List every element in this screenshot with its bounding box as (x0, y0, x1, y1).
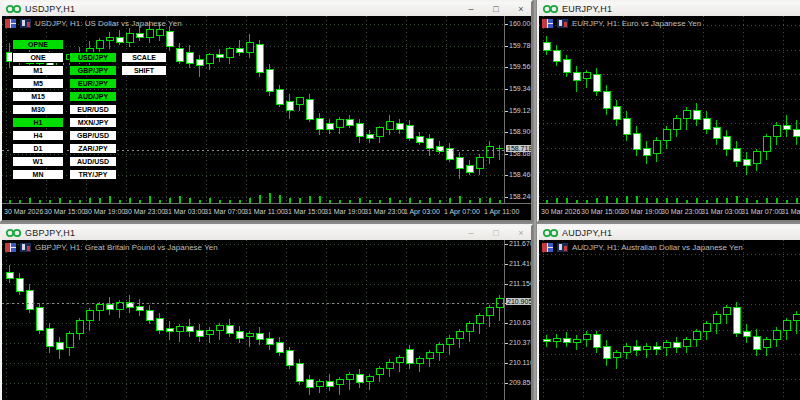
price-axis-tick (505, 46, 508, 47)
titlebar[interactable]: GBPJPY,H1 – □ × (2, 226, 531, 240)
time-axis-label: 31 Mar 03:00 (701, 208, 742, 215)
panel-button-m30[interactable]: M30 (12, 104, 64, 115)
panel-button-opne[interactable]: OPNE (12, 39, 64, 50)
chart-area-eurjpy[interactable]: EURJPY, H1: Euro vs Japanese Yen 30 Mar … (539, 16, 800, 220)
price-axis-label: 160.000 (509, 20, 531, 27)
price-axis-tick (505, 89, 508, 90)
grid-layer (539, 16, 800, 204)
minimize-icon[interactable]: – (465, 2, 477, 16)
maximize-icon[interactable]: □ (490, 226, 502, 240)
price-axis-label: 158.240 (509, 193, 531, 200)
minimize-icon[interactable]: – (465, 226, 477, 240)
panel-button-aud-jpy[interactable]: AUD/JPY (69, 91, 117, 102)
price-axis-label: 158.900 (509, 128, 531, 135)
panel-button-scale[interactable]: SCALE (121, 52, 167, 63)
price-axis[interactable]: 160.000159.780159.560159.340159.120158.9… (504, 16, 531, 220)
panel-button-usd-jpy[interactable]: USD/JPY (69, 52, 117, 63)
panel-button-shift[interactable]: SHIFT (121, 65, 167, 76)
chart-label-row: EURJPY, H1: Euro vs Japanese Yen (542, 19, 701, 28)
chart-title-text: USDJPY, H1: US Dollar vs Japanese Yen (35, 19, 182, 28)
window-title: USDJPY,H1 (25, 4, 75, 14)
price-axis-tick (505, 363, 508, 364)
panel-button-aud-usd[interactable]: AUD/USD (69, 156, 117, 167)
panel-button-m1[interactable]: M1 (12, 65, 64, 76)
panel-button-gbp-jpy[interactable]: GBP/JPY (69, 65, 117, 76)
window-controls: – □ × (465, 2, 527, 16)
price-axis-tick (505, 244, 508, 245)
titlebar[interactable]: EURJPY,H1 (539, 2, 800, 16)
chart-area-audjpy[interactable]: AUDJPY, H1: Australian Dollar vs Japanes… (539, 240, 800, 400)
price-axis[interactable]: 211.670211.410211.150210.890210.630210.3… (504, 240, 531, 400)
price-axis-tick (505, 67, 508, 68)
current-price-tag: 210.905 (506, 298, 531, 305)
panel-button-h4[interactable]: H4 (12, 130, 64, 141)
price-axis-label: 159.120 (509, 107, 531, 114)
chart-area-usdjpy[interactable]: USDJPY, H1: US Dollar vs Japanese Yen OP… (2, 16, 531, 220)
time-axis-label: 31 Mar 11:00 (781, 208, 800, 215)
panel-button-m5[interactable]: M5 (12, 78, 64, 89)
price-axis-label: 159.780 (509, 42, 531, 49)
price-axis-label: 158.460 (509, 171, 531, 178)
chart-window-usdjpy[interactable]: USDJPY,H1 – □ × USDJPY, H1: US Dollar vs… (0, 0, 533, 222)
time-axis-label: 31 Mar 07:00 (204, 208, 245, 215)
panel-button-eur-jpy[interactable]: EUR/JPY (69, 78, 117, 89)
price-axis-tick (505, 264, 508, 265)
time-axis-label: 30 Mar 19:00 (84, 208, 125, 215)
panel-button-w1[interactable]: W1 (12, 156, 64, 167)
candles-mini-icon (557, 19, 568, 28)
time-axis[interactable]: 30 Mar 202630 Mar 15:0030 Mar 19:0030 Ma… (2, 203, 531, 220)
chart-window-icon (6, 228, 21, 238)
panel-button-gbp-usd[interactable]: GBP/USD (69, 130, 117, 141)
candles-mini-icon (20, 243, 31, 252)
price-axis-tick (505, 323, 508, 324)
price-axis-tick (505, 154, 508, 155)
maximize-icon[interactable]: □ (490, 2, 502, 16)
candles-mini-icon (20, 19, 31, 28)
price-axis-label: 159.340 (509, 85, 531, 92)
panel-button-m15[interactable]: M15 (12, 91, 64, 102)
panel-button-try-jpy[interactable]: TRY/JPY (69, 169, 117, 180)
price-axis-tick (505, 383, 508, 384)
chart-window-gbpjpy[interactable]: GBPJPY,H1 – □ × GBPJPY, H1: Great Britai… (0, 224, 533, 400)
time-axis-label: 30 Mar 19:00 (621, 208, 662, 215)
grid-layer (539, 240, 800, 400)
time-axis[interactable]: 30 Mar 202630 Mar 15:0030 Mar 19:0030 Ma… (539, 203, 800, 220)
indicator-icon (5, 243, 16, 252)
time-axis-label: 31 Mar 07:00 (741, 208, 782, 215)
panel-button-zar-jpy[interactable]: ZAR/JPY (69, 143, 117, 154)
chart-window-icon (6, 4, 21, 14)
titlebar[interactable]: AUDJPY,H1 (539, 226, 800, 240)
time-axis-label: 31 Mar 11:00 (244, 208, 285, 215)
chart-window-eurjpy[interactable]: EURJPY,H1 EURJPY, H1: Euro vs Japanese Y… (537, 0, 800, 222)
price-axis-label: 211.150 (509, 280, 531, 287)
titlebar[interactable]: USDJPY,H1 – □ × (2, 2, 531, 16)
price-axis-tick (505, 111, 508, 112)
panel-button-one[interactable]: ONE (12, 52, 64, 63)
window-title: EURJPY,H1 (562, 4, 612, 14)
candles-layer (543, 36, 800, 175)
panel-button-d1[interactable]: D1 (12, 143, 64, 154)
indicator-icon (5, 19, 16, 28)
price-axis-tick (505, 24, 508, 25)
price-axis-tick (505, 175, 508, 176)
panel-button-eur-usd[interactable]: EUR/USD (69, 104, 117, 115)
window-title: GBPJPY,H1 (25, 228, 75, 238)
time-axis-label: 31 Mar 03:00 (164, 208, 205, 215)
time-axis-label: 30 Mar 15:00 (44, 208, 85, 215)
close-icon[interactable]: × (515, 2, 527, 16)
panel-button-mn[interactable]: MN (12, 169, 64, 180)
panel-button-mxn-jpy[interactable]: MXN/JPY (69, 117, 117, 128)
time-axis-label: 31 Mar 15:00 (284, 208, 325, 215)
chart-window-audjpy[interactable]: AUDJPY,H1 AUDJPY, H1: Australian Dollar … (537, 224, 800, 400)
time-axis-label: 31 Mar 23:00 (364, 208, 405, 215)
chart-area-gbpjpy[interactable]: GBPJPY, H1: Great Britain Pound vs Japan… (2, 240, 531, 400)
price-axis-label: 210.630 (509, 319, 531, 326)
chart-label-row: USDJPY, H1: US Dollar vs Japanese Yen (5, 19, 182, 28)
price-axis-tick (505, 343, 508, 344)
chart-title-text: EURJPY, H1: Euro vs Japanese Yen (572, 19, 701, 28)
chart-title-text: GBPJPY, H1: Great Britain Pound vs Japan… (35, 243, 218, 252)
price-axis-tick (505, 284, 508, 285)
close-icon[interactable]: × (515, 226, 527, 240)
indicator-icon (542, 243, 553, 252)
panel-button-h1[interactable]: H1 (12, 117, 64, 128)
